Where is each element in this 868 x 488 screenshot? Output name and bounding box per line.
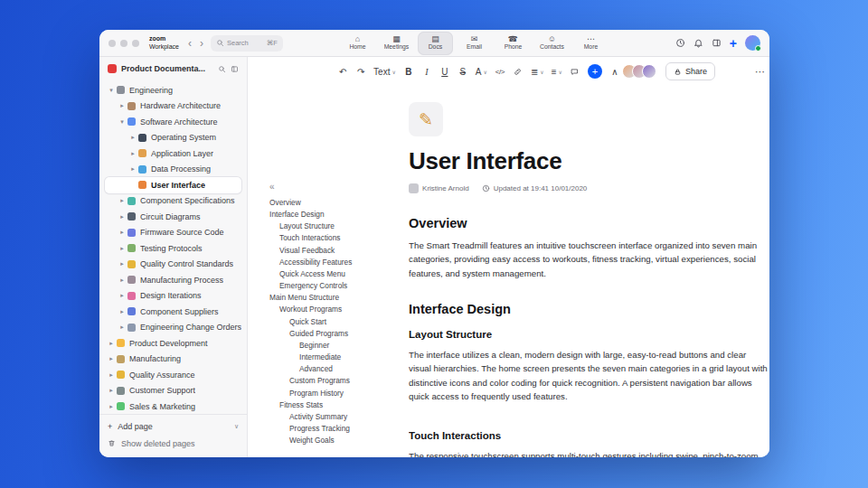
section-heading[interactable]: Layout Structure xyxy=(409,329,769,340)
show-deleted-pages-button[interactable]: Show deleted pages xyxy=(108,435,239,452)
outline-item[interactable]: Activity Summary xyxy=(269,411,403,423)
chevron-right-icon[interactable]: ▸ xyxy=(118,277,127,284)
side-panel-icon[interactable] xyxy=(712,38,722,48)
maximize-button[interactable] xyxy=(132,40,139,47)
section-heading[interactable]: Touch Interactions xyxy=(409,430,769,441)
new-item-button[interactable]: + xyxy=(730,37,737,50)
list-button[interactable]: ≣∨ xyxy=(528,62,547,80)
more-options-icon[interactable]: ⋯ xyxy=(755,66,765,78)
user-avatar[interactable] xyxy=(745,35,760,51)
sidebar-item-engineering-change-orders[interactable]: ▸Engineering Change Orders xyxy=(105,320,241,336)
sidebar-item-sales-marketing[interactable]: ▸Sales & Marketing xyxy=(105,399,241,414)
sidebar-item-application-layer[interactable]: ▸Application Layer xyxy=(105,145,241,162)
outline-item[interactable]: Touch Interactions xyxy=(269,232,403,244)
document-emoji-icon[interactable]: ✎ xyxy=(409,102,443,136)
text-color-button[interactable]: A∨ xyxy=(473,62,490,80)
minimize-button[interactable] xyxy=(120,40,127,47)
tab-more[interactable]: ⋯More xyxy=(573,32,609,55)
chevron-right-icon[interactable]: ▸ xyxy=(128,165,137,173)
outline-item[interactable]: Custom Programs xyxy=(269,375,403,387)
sidebar-item-manufacturing[interactable]: ▸Manufacturing xyxy=(105,352,241,368)
chevron-right-icon[interactable]: ▸ xyxy=(128,150,137,157)
outline-item[interactable]: Intermediate xyxy=(269,352,403,363)
outline-item[interactable]: Guided Programs xyxy=(269,328,403,340)
tab-contacts[interactable]: ☺Contacts xyxy=(534,32,570,55)
redo-button[interactable]: ↷ xyxy=(353,62,369,80)
tab-email[interactable]: ✉Email xyxy=(457,32,492,55)
share-button[interactable]: Share xyxy=(665,62,715,80)
add-page-button[interactable]: + Add page ∨ xyxy=(108,418,239,435)
italic-button[interactable]: I xyxy=(419,62,435,80)
outline-item[interactable]: Layout Structure xyxy=(269,221,403,232)
section-heading[interactable]: Interface Design xyxy=(409,302,769,316)
sidebar-item-product-development[interactable]: ▸Product Development xyxy=(105,335,241,352)
outline-item[interactable]: Weight Goals xyxy=(269,435,403,446)
global-search-input[interactable]: Search ⌘F xyxy=(211,35,283,52)
chevron-right-icon[interactable]: ▸ xyxy=(128,134,137,141)
outline-item[interactable]: Accessibility Features xyxy=(269,257,403,268)
paragraph[interactable]: The Smart Treadmill features an intuitiv… xyxy=(409,239,769,280)
history-icon[interactable] xyxy=(675,38,685,48)
notifications-bell-icon[interactable] xyxy=(693,38,703,48)
sidebar-item-quality-assurance[interactable]: ▸Quality Assurance xyxy=(105,367,241,383)
collapse-outline-icon[interactable]: « xyxy=(269,182,403,192)
sidebar-item-engineering[interactable]: ▾Engineering xyxy=(105,82,241,99)
undo-button[interactable]: ↶ xyxy=(335,62,351,80)
tab-home[interactable]: ⌂Home xyxy=(340,32,375,55)
tab-phone[interactable]: ☎Phone xyxy=(495,32,531,55)
outline-item[interactable]: Beginner xyxy=(269,340,403,352)
chevron-right-icon[interactable]: ▸ xyxy=(107,355,116,362)
close-button[interactable] xyxy=(108,40,116,47)
sidebar-item-customer-support[interactable]: ▸Customer Support xyxy=(105,383,241,399)
sidebar-item-user-interface[interactable]: User Interface xyxy=(105,177,241,193)
outline-item[interactable]: Progress Tracking xyxy=(269,423,403,435)
link-button[interactable] xyxy=(510,62,526,80)
sidebar-item-firmware-source-code[interactable]: ▸Firmware Source Code xyxy=(105,225,241,241)
collapse-toolbar-button[interactable]: ∧ xyxy=(607,62,623,80)
outline-item[interactable]: Visual Feedback xyxy=(269,245,403,257)
chevron-right-icon[interactable]: ▸ xyxy=(107,371,116,379)
chevron-right-icon[interactable]: ▸ xyxy=(118,213,127,221)
chevron-right-icon[interactable]: ▸ xyxy=(118,324,127,331)
section-heading[interactable]: Overview xyxy=(409,216,769,230)
outline-item[interactable]: Main Menu Structure xyxy=(269,292,403,304)
sidebar-item-manufacturing-process[interactable]: ▸Manufacturing Process xyxy=(105,272,241,288)
text-style-button[interactable]: Text∨ xyxy=(371,62,399,80)
sidebar-item-design-iterations[interactable]: ▸Design Iterations xyxy=(105,288,241,305)
outline-item[interactable]: Overview xyxy=(269,197,403,209)
outline-item[interactable]: Program History xyxy=(269,388,403,399)
document-content[interactable]: ✎ User Interface Kristine Arnold Updated… xyxy=(409,86,769,457)
code-button[interactable]: </> xyxy=(492,62,508,80)
chevron-right-icon[interactable]: ▸ xyxy=(107,387,116,394)
comment-button[interactable] xyxy=(567,62,583,80)
sidebar-item-component-suppliers[interactable]: ▸Component Suppliers xyxy=(105,304,241,320)
underline-button[interactable]: U xyxy=(437,62,453,80)
strikethrough-button[interactable]: S xyxy=(455,62,471,80)
chevron-right-icon[interactable]: ▸ xyxy=(118,197,127,204)
sidebar-item-quality-control-standards[interactable]: ▸Quality Control Standards xyxy=(105,257,241,273)
chevron-right-icon[interactable]: ▸ xyxy=(118,229,127,236)
chevron-right-icon[interactable]: ▸ xyxy=(118,260,127,267)
tab-docs[interactable]: ▤Docs xyxy=(418,32,453,55)
sidebar-item-data-processing[interactable]: ▸Data Processing xyxy=(105,162,241,178)
sidebar-item-testing-protocols[interactable]: ▸Testing Protocols xyxy=(105,240,241,257)
outline-item[interactable]: Quick Start xyxy=(269,316,403,328)
align-button[interactable]: ≡∨ xyxy=(549,62,565,80)
sidebar-item-software-architecture[interactable]: ▾Software Architecture xyxy=(105,114,241,130)
chevron-right-icon[interactable]: ▸ xyxy=(107,340,116,347)
sidebar-item-component-specifications[interactable]: ▸Component Specifications xyxy=(105,193,241,210)
workspace-title[interactable]: Product Documenta... xyxy=(121,64,213,73)
outline-item[interactable]: Advanced xyxy=(269,363,403,375)
sidebar-item-circuit-diagrams[interactable]: ▸Circuit Diagrams xyxy=(105,209,241,225)
outline-item[interactable]: Workout Programs xyxy=(269,304,403,315)
chevron-down-icon[interactable]: ▾ xyxy=(107,87,116,94)
back-button[interactable]: ‹ xyxy=(187,38,193,49)
insert-button[interactable]: + xyxy=(588,64,602,79)
paragraph[interactable]: The interface utilizes a clean, modern d… xyxy=(409,348,769,403)
outline-item[interactable]: Interface Design xyxy=(269,209,403,221)
chevron-right-icon[interactable]: ▸ xyxy=(118,292,127,299)
document-title[interactable]: User Interface xyxy=(409,147,769,175)
chevron-right-icon[interactable]: ▸ xyxy=(118,245,127,252)
sidebar-item-hardware-architecture[interactable]: ▸Hardware Architecture xyxy=(105,99,241,115)
chevron-right-icon[interactable]: ▸ xyxy=(107,403,116,410)
